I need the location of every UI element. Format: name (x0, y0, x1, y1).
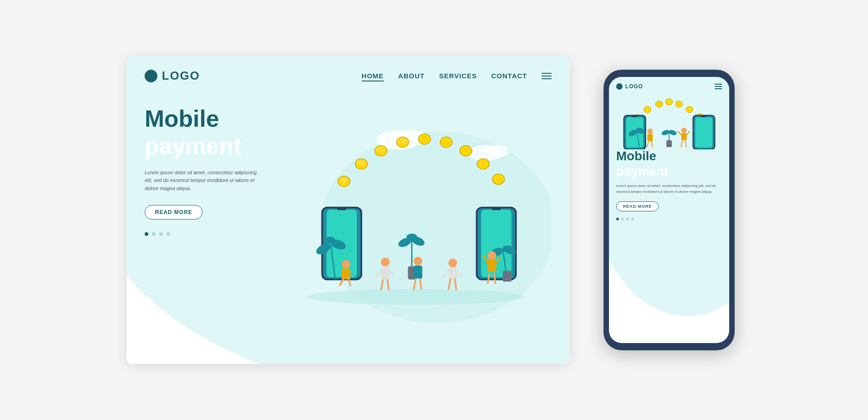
svg-point-15 (460, 146, 472, 156)
dot-2 (152, 232, 156, 236)
svg-rect-36 (503, 271, 511, 282)
mobile-notch (664, 70, 675, 73)
svg-line-92 (681, 140, 683, 147)
nav-item-about[interactable]: ABOUT (398, 72, 425, 80)
mobile-hero-title-line2: payment (616, 164, 668, 178)
mobile-slide-dots (616, 218, 722, 220)
svg-point-10 (377, 147, 385, 153)
mobile-dot-1 (616, 218, 619, 220)
dot-3 (159, 232, 163, 236)
svg-point-4 (484, 145, 509, 158)
mobile-mockup-wrapper: LOGO (597, 56, 741, 364)
svg-rect-58 (488, 260, 496, 272)
read-more-button[interactable]: READ MORE (145, 205, 203, 220)
svg-line-87 (651, 141, 652, 147)
mobile-illustration (609, 91, 729, 149)
svg-point-32 (406, 234, 417, 239)
hero-description: Lorem ipsum dolor sit amet, consectetur … (145, 169, 262, 193)
nav-link-contact[interactable]: CONTACT (491, 72, 527, 80)
logo-area: LOGO (145, 69, 200, 83)
svg-rect-23 (492, 208, 500, 210)
mobile-hero-title: Mobile payment (616, 148, 722, 179)
logo-icon (145, 70, 157, 82)
mobile-logo-area: LOGO (616, 83, 643, 90)
svg-point-13 (418, 134, 430, 144)
mobile-hamburger-icon[interactable] (715, 84, 722, 89)
mobile-content: LOGO (609, 77, 729, 343)
svg-point-8 (357, 160, 366, 166)
svg-rect-52 (448, 267, 457, 279)
mobile-dot-3 (626, 218, 629, 220)
illustration-svg (271, 96, 552, 332)
desktop-nav: LOGO HOME ABOUT SERVICES CONTACT (145, 69, 552, 83)
svg-line-86 (647, 141, 649, 147)
slide-dots (145, 232, 262, 236)
nav-item-services[interactable]: SERVICES (439, 72, 477, 80)
mobile-dot-4 (631, 218, 634, 220)
nav-item-contact[interactable]: CONTACT (491, 72, 527, 80)
svg-point-67 (665, 99, 673, 105)
mobile-dot-2 (621, 218, 624, 220)
svg-line-91 (687, 131, 689, 135)
mobile-hero-title-line1: Mobile (616, 149, 656, 163)
svg-rect-42 (381, 267, 390, 280)
mobile-illustration-svg (609, 91, 729, 149)
svg-point-16 (477, 159, 489, 169)
svg-line-93 (685, 140, 686, 147)
svg-point-6 (340, 177, 348, 183)
hero-text-side: Mobile payment Lorem ipsum dolor sit ame… (145, 96, 262, 236)
mobile-hero-description: Lorem ipsum dolor sit amet, consectetur … (616, 183, 722, 195)
svg-rect-76 (701, 115, 706, 117)
nav-link-services[interactable]: SERVICES (439, 72, 477, 80)
svg-point-69 (686, 106, 693, 113)
svg-point-17 (492, 174, 505, 184)
nav-links: HOME ABOUT SERVICES CONTACT (362, 72, 552, 80)
svg-point-41 (381, 258, 390, 266)
svg-point-88 (681, 128, 687, 133)
nav-link-home[interactable]: HOME (362, 72, 384, 81)
mobile-logo-icon (616, 83, 623, 90)
svg-point-57 (488, 251, 496, 260)
svg-line-90 (678, 131, 681, 135)
nav-hamburger[interactable] (542, 73, 552, 79)
svg-point-47 (414, 257, 422, 265)
svg-point-51 (448, 258, 457, 267)
svg-rect-75 (695, 117, 712, 148)
hero-title-line1: Mobile (145, 105, 219, 132)
svg-point-65 (644, 106, 651, 113)
dot-1 (145, 232, 148, 236)
nav-item-home[interactable]: HOME (362, 72, 384, 80)
desktop-hero: Mobile payment Lorem ipsum dolor sit ame… (145, 96, 552, 332)
svg-rect-48 (414, 266, 422, 279)
hero-title: Mobile payment (145, 105, 262, 160)
hamburger-icon[interactable] (542, 73, 552, 79)
svg-point-14 (440, 137, 453, 148)
svg-point-68 (675, 101, 683, 107)
mobile-nav: LOGO (616, 83, 722, 90)
svg-point-66 (656, 101, 663, 107)
svg-rect-73 (632, 115, 637, 117)
svg-point-37 (342, 260, 350, 268)
svg-rect-20 (337, 208, 346, 210)
nav-link-about[interactable]: ABOUT (398, 72, 425, 80)
hero-title-line2: payment (145, 133, 241, 159)
mobile-read-more-button[interactable]: READ MORE (616, 201, 659, 211)
svg-rect-85 (647, 134, 653, 141)
mobile-logo-text: LOGO (625, 83, 643, 90)
logo-text: LOGO (162, 69, 200, 83)
svg-point-84 (647, 129, 653, 134)
mobile-device: LOGO (604, 70, 735, 350)
svg-point-63 (307, 289, 524, 305)
dot-4 (166, 232, 170, 236)
svg-rect-22 (481, 210, 511, 277)
svg-rect-89 (681, 133, 687, 140)
desktop-mockup: LOGO HOME ABOUT SERVICES CONTACT (127, 56, 570, 364)
hero-illustration (271, 96, 552, 332)
svg-point-12 (398, 138, 407, 143)
svg-rect-83 (666, 140, 672, 147)
mobile-screen: LOGO (609, 77, 729, 343)
